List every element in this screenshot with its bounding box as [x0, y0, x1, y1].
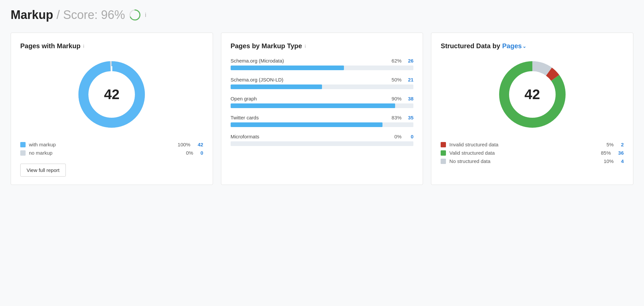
- bar-fill-opengraph: [231, 103, 395, 108]
- card1-info-icon[interactable]: i: [83, 44, 84, 49]
- card-pages-by-markup-type: Pages by Markup Type i Schema.org (Micro…: [221, 33, 423, 185]
- bar-item-microdata: Schema.org (Microdata) 62% 26: [231, 58, 414, 70]
- legend-pct-no-markup: 0%: [186, 150, 193, 156]
- bar-item-opengraph-header: Open graph 90% 38: [231, 96, 414, 101]
- legend-swatch-invalid: [441, 142, 446, 147]
- bar-label-jsonld: Schema.org (JSON-LD): [231, 77, 283, 82]
- bar-item-twitter: Twitter cards 83% 35: [231, 115, 414, 127]
- bar-fill-microdata: [231, 66, 344, 70]
- legend-label-none: No structured data: [449, 158, 600, 164]
- legend-pct-invalid: 5%: [606, 142, 614, 147]
- legend-swatch-valid: [441, 150, 446, 156]
- card1-center-value: 42: [104, 86, 120, 102]
- bar-count-twitter: 35: [407, 115, 413, 120]
- legend-item-none: No structured data 10% 4: [441, 158, 624, 164]
- card3-dropdown-button[interactable]: Pages ⌄: [502, 42, 526, 50]
- legend-pct-with-markup: 100%: [178, 142, 190, 147]
- card2-title: Pages by Markup Type i: [231, 42, 414, 50]
- legend-item-invalid: Invalid structured data 5% 2: [441, 142, 624, 147]
- card3-donut-wrapper: 42: [496, 58, 569, 131]
- chevron-down-icon: ⌄: [522, 44, 526, 49]
- bar-label-opengraph: Open graph: [231, 96, 257, 101]
- bar-pct-opengraph: 90%: [391, 96, 401, 101]
- legend-count-valid: 36: [618, 150, 624, 156]
- legend-item-no-markup: no markup 0% 0: [20, 150, 203, 156]
- legend-swatch-none: [441, 159, 446, 164]
- bar-label-microformats: Microformats: [231, 134, 260, 139]
- card1-title-text: Pages with Markup: [20, 42, 80, 50]
- view-full-report-button[interactable]: View full report: [20, 164, 66, 177]
- bar-track-opengraph: [231, 103, 414, 108]
- bar-count-microformats: 0: [407, 134, 413, 139]
- legend-pct-none: 10%: [604, 158, 614, 164]
- bar-item-jsonld: Schema.org (JSON-LD) 50% 21: [231, 77, 414, 89]
- bar-item-microformats: Microformats 0% 0: [231, 134, 414, 146]
- legend-swatch-no-markup: [20, 150, 26, 156]
- title-score: / Score: 96%: [53, 8, 125, 22]
- legend-item-valid: Valid structured data 85% 36: [441, 150, 624, 156]
- legend-item-with-markup: with markup 100% 42: [20, 142, 203, 147]
- bar-label-microdata: Schema.org (Microdata): [231, 58, 284, 64]
- header-info-icon[interactable]: i: [145, 12, 146, 19]
- legend-count-invalid: 2: [621, 142, 624, 147]
- bar-track-twitter: [231, 122, 414, 127]
- card2-info-icon[interactable]: i: [305, 44, 306, 49]
- legend-label-with-markup: with markup: [29, 142, 174, 147]
- bar-right-jsonld: 50% 21: [391, 77, 413, 82]
- bar-right-opengraph: 90% 38: [391, 96, 413, 101]
- card2-title-text: Pages by Markup Type: [231, 42, 302, 50]
- legend-pct-valid: 85%: [601, 150, 611, 156]
- legend-count-none: 4: [621, 158, 624, 164]
- bar-track-microdata: [231, 66, 414, 70]
- card1-title: Pages with Markup i: [20, 42, 203, 50]
- card2-bar-list: Schema.org (Microdata) 62% 26 Schema.org…: [231, 58, 414, 146]
- bar-item-microdata-header: Schema.org (Microdata) 62% 26: [231, 58, 414, 64]
- card3-dropdown-label: Pages: [502, 42, 522, 50]
- bar-right-twitter: 83% 35: [391, 115, 413, 120]
- bar-track-jsonld: [231, 84, 414, 89]
- bar-count-microdata: 26: [407, 58, 413, 64]
- bar-label-twitter: Twitter cards: [231, 115, 259, 120]
- page-title: Markup / Score: 96%: [11, 8, 125, 22]
- legend-count-with-markup: 42: [198, 142, 203, 147]
- bar-right-microformats: 0% 0: [394, 134, 414, 139]
- score-value: Score: 96%: [63, 8, 125, 22]
- card-structured-data: Structured Data by Pages ⌄: [431, 33, 633, 185]
- bar-item-jsonld-header: Schema.org (JSON-LD) 50% 21: [231, 77, 414, 82]
- bar-fill-twitter: [231, 122, 382, 127]
- bar-pct-twitter: 83%: [391, 115, 401, 120]
- card1-donut-wrapper: 42: [75, 58, 148, 131]
- bar-item-opengraph: Open graph 90% 38: [231, 96, 414, 108]
- cards-container: Pages with Markup i 42 with markup: [11, 33, 633, 185]
- bar-pct-jsonld: 50%: [391, 77, 401, 82]
- card3-donut-container: 42: [441, 58, 624, 131]
- card3-title: Structured Data by Pages ⌄: [441, 42, 624, 50]
- card-pages-with-markup: Pages with Markup i 42 with markup: [11, 33, 213, 185]
- bar-pct-microformats: 0%: [394, 134, 402, 139]
- legend-label-no-markup: no markup: [29, 150, 183, 156]
- bar-right-microdata: 62% 26: [391, 58, 413, 64]
- legend-count-no-markup: 0: [200, 150, 203, 156]
- legend-label-valid: Valid structured data: [449, 150, 597, 156]
- card1-legend: with markup 100% 42 no markup 0% 0: [20, 142, 203, 156]
- bar-count-jsonld: 21: [407, 77, 413, 82]
- bar-item-twitter-header: Twitter cards 83% 35: [231, 115, 414, 120]
- card3-title-prefix: Structured Data by: [441, 42, 500, 50]
- title-markup: Markup: [11, 8, 53, 22]
- card3-center-value: 42: [524, 86, 540, 102]
- bar-count-opengraph: 38: [407, 96, 413, 101]
- page-header: Markup / Score: 96% i: [11, 8, 633, 22]
- card3-legend: Invalid structured data 5% 2 Valid struc…: [441, 142, 624, 164]
- bar-track-microformats: [231, 141, 414, 146]
- legend-label-invalid: Invalid structured data: [449, 142, 603, 147]
- card1-donut-container: 42: [20, 58, 203, 131]
- bar-item-microformats-header: Microformats 0% 0: [231, 134, 414, 139]
- bar-pct-microdata: 62%: [391, 58, 401, 64]
- bar-fill-jsonld: [231, 84, 322, 89]
- score-circle-icon: [129, 9, 141, 21]
- legend-swatch-with-markup: [20, 142, 26, 147]
